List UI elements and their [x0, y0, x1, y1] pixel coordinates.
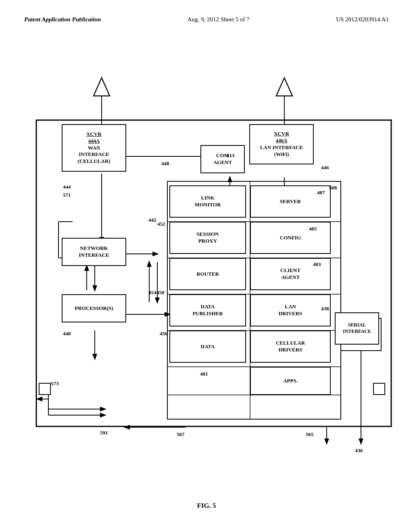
router-box: ROUTER [169, 258, 246, 290]
ref-508: 508 [329, 185, 337, 191]
xcvr-444a-box: XCVR 444A WAN INTERFACE (CELLULAR) [62, 124, 126, 172]
right-antenna [274, 76, 294, 102]
ref-565: 565 [306, 431, 314, 438]
left-antenna [92, 76, 112, 102]
ref-403: 403 [313, 261, 321, 268]
apps-box: APPS. [250, 367, 331, 395]
svg-marker-42 [276, 78, 292, 96]
ref-442: 442 [148, 217, 156, 223]
svg-marker-40 [94, 78, 110, 96]
ref-513: 513 [227, 152, 235, 159]
ref-591: 591 [100, 430, 108, 436]
cellular-drivers-box: CELLULAR DRIVERS [250, 330, 331, 363]
ref-401: 401 [200, 371, 208, 377]
xcvr-446a-label: XCVR 446A LAN INTERFACE (WiFi) [260, 131, 303, 158]
ref-436: 436 [355, 447, 363, 454]
ref-571: 571 [63, 192, 71, 198]
ref-440: 440 [63, 330, 71, 337]
page-header: Patent Application Publication Aug. 9, 2… [0, 16, 413, 23]
session-proxy-box: SESSION PROXY [169, 222, 246, 254]
ref-450: 450 [156, 289, 165, 296]
ref-454: 454 [148, 289, 156, 296]
header-patent-number: US 2012/0203914 A1 [336, 16, 389, 23]
diagram-container: XCVR 444A WAN INTERFACE (CELLULAR) XCVR … [24, 64, 389, 447]
xcvr-446a-box: XCVR 446A LAN INTERFACE (WiFi) [249, 124, 314, 164]
processor-box: PROCESSOR(S) [62, 294, 126, 322]
ref-567: 567 [177, 431, 185, 438]
xcvr-444a-label: XCVR 444A WAN INTERFACE (CELLULAR) [78, 131, 111, 165]
ref-448: 448 [161, 160, 169, 167]
serial-interface-box: SERIAL INTERFACE [335, 312, 379, 345]
ref-405: 405 [309, 226, 317, 232]
com-agent-box: COM AGENT [200, 145, 245, 173]
ref-573: 573 [51, 380, 59, 387]
ref-407: 407 [317, 189, 325, 196]
ref-438: 438 [321, 305, 329, 312]
data-publisher-box: DATA PUBLISHER [169, 294, 246, 326]
lan-drivers-box: LAN DRIVERS [250, 294, 331, 326]
header-date-sheet: Aug. 9, 2012 Sheet 5 of 7 [188, 16, 250, 23]
ref-573-box [39, 383, 51, 395]
ref-452: 452 [157, 221, 165, 227]
figure-caption: FIG. 5 [0, 502, 413, 510]
config-box: CONFIG [250, 222, 331, 254]
ref-444: 444 [63, 184, 71, 190]
ref-right-box [373, 383, 385, 395]
data-box: DATA [169, 330, 246, 363]
link-monitor-box: LINK MONITOR [169, 185, 246, 218]
ref-456: 456 [160, 330, 168, 337]
header-publication-type: Patent Application Publication [24, 16, 101, 23]
ref-446: 446 [321, 164, 329, 171]
network-interface-box: NETWORK INTERFACE [62, 238, 126, 266]
